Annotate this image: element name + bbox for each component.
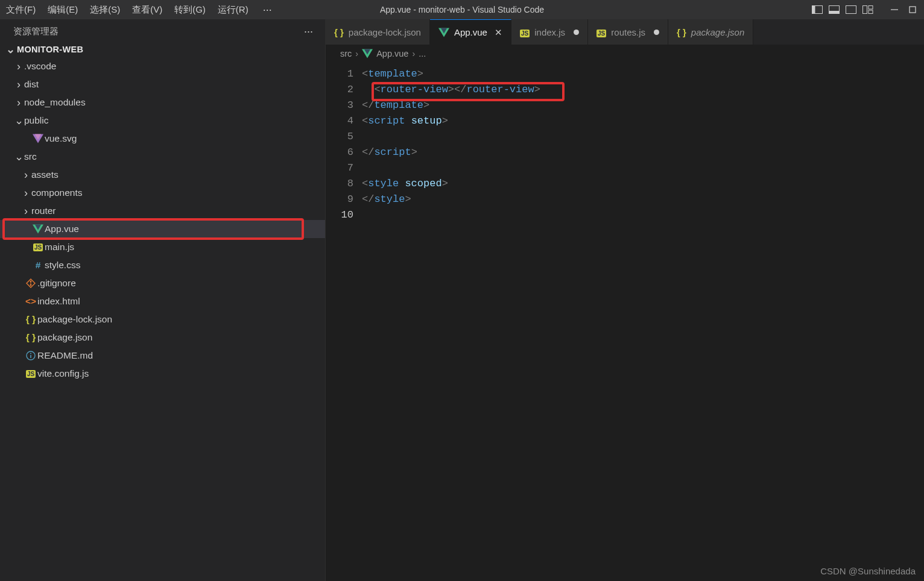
menu-item-4[interactable]: 转到(G) — [168, 0, 212, 19]
chevron-right-icon — [21, 187, 31, 199]
chevron-down-icon — [13, 151, 24, 162]
js-icon: JS — [596, 27, 606, 37]
file-main.js[interactable]: JSmain.js — [0, 238, 325, 256]
tree-item-label: main.js — [45, 242, 74, 253]
tree-item-label: App.vue — [45, 224, 79, 234]
tab-package-lock.json[interactable]: { }package-lock.json — [326, 19, 430, 45]
braces-icon: { } — [24, 332, 37, 343]
close-icon[interactable]: ✕ — [495, 27, 502, 38]
folder-node_modules[interactable]: node_modules — [0, 93, 325, 111]
chevron-down-icon — [13, 115, 24, 126]
editor-pane: { }package-lock.jsonApp.vue✕JSindex.jsJS… — [326, 19, 924, 581]
braces-icon: { } — [334, 27, 344, 37]
explorer-more-button[interactable]: ··· — [300, 25, 317, 38]
code-content[interactable]: <template> <router-view></router-view></… — [362, 63, 924, 581]
layout-customize-icon[interactable] — [862, 4, 873, 15]
layout-panel-left-icon[interactable] — [812, 4, 823, 15]
line-number: 7 — [326, 160, 353, 176]
chevron-right-icon: › — [355, 49, 358, 58]
breadcrumb-part[interactable]: src — [340, 49, 352, 58]
svg-rect-9 — [910, 7, 916, 13]
file-tree: .vscodedistnode_modulespublicvue.svgsrca… — [0, 57, 325, 383]
tree-item-label: node_modules — [24, 97, 86, 108]
dirty-indicator-icon — [574, 30, 579, 35]
folder-router[interactable]: router — [0, 202, 325, 220]
breadcrumb-part[interactable]: ... — [419, 49, 426, 58]
code-line[interactable] — [362, 160, 924, 176]
line-number: 10 — [326, 207, 353, 223]
vue-logo-green-icon — [438, 28, 449, 37]
code-line[interactable]: </style> — [362, 192, 924, 207]
folder-.vscode[interactable]: .vscode — [0, 57, 325, 75]
tree-item-label: package-lock.json — [37, 314, 112, 325]
layout-panel-bottom-icon[interactable] — [829, 4, 840, 15]
svg-rect-4 — [846, 6, 856, 14]
layout-panel-right-icon[interactable] — [846, 4, 856, 15]
tree-item-label: style.css — [45, 260, 80, 271]
file-style.css[interactable]: #style.css — [0, 256, 325, 274]
breadcrumb[interactable]: src›App.vue›... — [326, 45, 924, 63]
vue-logo-green-icon — [31, 224, 45, 234]
file-README.md[interactable]: README.md — [0, 347, 325, 365]
tab-index.js[interactable]: JSindex.js — [511, 19, 588, 45]
code-line[interactable]: <router-view></router-view> — [362, 82, 924, 98]
folder-public[interactable]: public — [0, 111, 325, 130]
file-.gitignore[interactable]: .gitignore — [0, 274, 325, 292]
tree-item-label: src — [24, 151, 37, 162]
info-icon — [24, 351, 37, 360]
folder-src[interactable]: src — [0, 148, 325, 166]
chevron-right-icon — [13, 78, 24, 91]
line-number: 6 — [326, 145, 353, 160]
svg-rect-6 — [869, 6, 873, 10]
folder-components[interactable]: components — [0, 184, 325, 202]
code-area[interactable]: 12345678910 <template> <router-view></ro… — [326, 63, 924, 581]
maximize-button[interactable] — [907, 4, 918, 15]
vue-logo-icon — [362, 49, 373, 58]
file-App.vue[interactable]: App.vue — [0, 220, 325, 238]
file-package.json[interactable]: { }package.json — [0, 328, 325, 347]
file-vite.config.js[interactable]: JSvite.config.js — [0, 365, 325, 383]
line-number: 1 — [326, 66, 353, 82]
menu-item-1[interactable]: 编辑(E) — [42, 0, 84, 19]
code-line[interactable] — [362, 207, 924, 223]
vue-logo-red-icon — [31, 134, 45, 143]
minimize-button[interactable] — [889, 4, 900, 15]
tree-item-label: vite.config.js — [37, 368, 89, 379]
folder-assets[interactable]: assets — [0, 166, 325, 184]
tree-item-label: index.html — [37, 296, 80, 307]
code-line[interactable]: <template> — [362, 66, 924, 82]
project-name: MONITOR-WEB — [17, 45, 83, 54]
menu-item-3[interactable]: 查看(V) — [126, 0, 168, 19]
tab-package.json[interactable]: { }package.json — [668, 19, 753, 45]
explorer-sidebar: 资源管理器 ··· MONITOR-WEB .vscodedistnode_mo… — [0, 19, 326, 581]
code-line[interactable]: </script> — [362, 145, 924, 160]
tree-item-label: package.json — [37, 332, 92, 343]
menu-item-2[interactable]: 选择(S) — [84, 0, 126, 19]
svg-point-19 — [30, 353, 31, 354]
menu-item-5[interactable]: 运行(R) — [212, 0, 255, 19]
line-number: 8 — [326, 176, 353, 192]
js-icon: JS — [24, 370, 37, 378]
breadcrumb-part[interactable]: App.vue — [376, 49, 408, 58]
menubar: 文件(F)编辑(E)选择(S)查看(V)转到(G)运行(R) ··· App.v… — [0, 0, 924, 19]
svg-rect-1 — [812, 6, 815, 14]
line-number: 4 — [326, 113, 353, 129]
folder-dist[interactable]: dist — [0, 75, 325, 93]
tree-item-label: dist — [24, 79, 39, 90]
menu-item-0[interactable]: 文件(F) — [0, 0, 42, 19]
code-line[interactable]: <script setup> — [362, 113, 924, 129]
tab-routes.js[interactable]: JSroutes.js — [588, 19, 668, 45]
braces-icon: { } — [24, 314, 37, 325]
project-header[interactable]: MONITOR-WEB — [0, 43, 325, 57]
file-package-lock.json[interactable]: { }package-lock.json — [0, 310, 325, 328]
file-vue.svg[interactable]: vue.svg — [0, 130, 325, 148]
code-line[interactable]: <style scoped> — [362, 176, 924, 192]
js-icon: JS — [520, 27, 530, 37]
file-index.html[interactable]: <>index.html — [0, 292, 325, 310]
menu-more[interactable]: ··· — [255, 0, 280, 19]
tab-label: index.js — [534, 27, 565, 37]
code-line[interactable] — [362, 129, 924, 145]
chevron-down-icon — [5, 44, 17, 55]
tab-App.vue[interactable]: App.vue✕ — [430, 19, 511, 45]
code-line[interactable]: </template> — [362, 98, 924, 113]
